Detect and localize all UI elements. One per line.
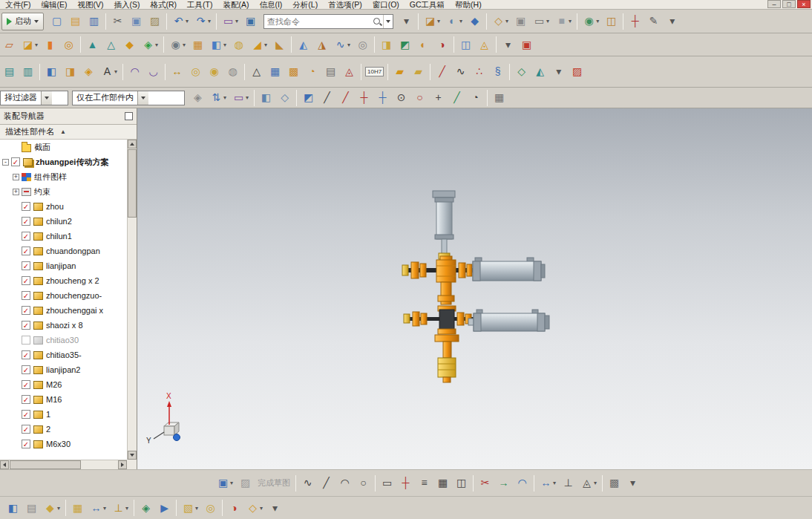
tree-column-header[interactable]: 描述性部件名 ▲: [0, 125, 137, 140]
menu-item[interactable]: 信息(I): [254, 0, 287, 10]
auto-constrain-icon[interactable]: ◬▾: [578, 474, 599, 492]
assembly-mirror-icon[interactable]: ◫: [603, 13, 620, 30]
menu-item[interactable]: 窗口(O): [367, 0, 405, 10]
revolve-icon[interactable]: ◎: [60, 36, 77, 53]
wrap-curve-icon[interactable]: ◡: [145, 63, 162, 81]
trim-body-icon[interactable]: ◭: [295, 36, 312, 53]
assembly-constraints-icon[interactable]: ⊥▾: [110, 499, 131, 517]
menu-item[interactable]: 视图(V): [72, 0, 108, 10]
tree-item[interactable]: ✓M26: [0, 377, 127, 392]
command-search-input[interactable]: [264, 17, 372, 26]
measure-distance-icon[interactable]: ↔: [168, 63, 186, 81]
close-button[interactable]: ×: [797, 0, 811, 8]
chamfer-icon[interactable]: ◣: [271, 36, 288, 53]
main-more-icon[interactable]: ▾: [664, 13, 681, 30]
component-checkbox[interactable]: ✓: [22, 291, 30, 300]
tree-expander[interactable]: +: [13, 189, 19, 195]
tube-icon[interactable]: ◎: [354, 36, 371, 53]
hole-icon[interactable]: ◉▾: [167, 36, 188, 53]
section-view-icon[interactable]: ◪▾: [422, 13, 442, 30]
pattern-tools-icon[interactable]: ▩: [606, 474, 623, 492]
menu-item[interactable]: 装配(A): [217, 0, 254, 10]
wire-cube-filter-icon[interactable]: ◇: [276, 89, 293, 107]
datum-plane-icon[interactable]: ◪▾: [19, 36, 40, 53]
save-icon[interactable]: ▥: [85, 13, 102, 30]
fillet-icon[interactable]: ◠: [514, 474, 531, 492]
shaded-display-icon[interactable]: ◐▾: [444, 13, 465, 30]
tree-item[interactable]: -✓zhuangpei传动方案: [0, 154, 127, 169]
tree-item[interactable]: ✓2: [0, 422, 127, 437]
tree-item[interactable]: 截面: [0, 140, 127, 154]
join-face-icon[interactable]: ◧: [43, 63, 60, 81]
menu-item[interactable]: 帮助(H): [450, 0, 487, 10]
arrangements-icon[interactable]: ▧▾: [180, 499, 200, 517]
gear-pair-icon[interactable]: ◔: [304, 63, 321, 81]
sequence-icon[interactable]: ▶: [156, 499, 173, 517]
menu-item[interactable]: 工具(T): [182, 0, 217, 10]
component-checkbox[interactable]: ✓: [22, 276, 30, 285]
pattern-curve-icon[interactable]: ▦: [434, 474, 451, 492]
cluster-icon[interactable]: △: [102, 36, 119, 53]
wcs-icon[interactable]: ┼: [626, 13, 644, 30]
offset-curve-icon[interactable]: ≡: [416, 474, 433, 492]
scale-body-icon[interactable]: ◬: [476, 36, 493, 53]
move-face-icon[interactable]: ◐: [415, 36, 432, 53]
sketch-preferences-icon[interactable]: ▣▾: [215, 474, 235, 492]
menu-item[interactable]: 编辑(E): [36, 0, 72, 10]
menu-item[interactable]: GC工具箱: [405, 0, 450, 10]
selection-filter-dropdown[interactable]: 择过滤器: [0, 91, 68, 105]
polyline-icon[interactable]: ╱: [433, 63, 451, 81]
laminate-icon[interactable]: ▥: [19, 63, 36, 81]
component-checkbox[interactable]: ✓: [22, 425, 30, 434]
tree-item[interactable]: ✓M6x30: [0, 437, 127, 451]
maximize-button[interactable]: □: [782, 0, 796, 8]
snap-arc-center-icon[interactable]: ⊙: [393, 89, 410, 107]
profile-icon[interactable]: ∿: [299, 474, 316, 492]
vertical-scroll-thumb[interactable]: [128, 149, 137, 218]
open-component-icon[interactable]: ▤: [23, 499, 40, 517]
tree-item[interactable]: ✓shaozi x 8: [0, 318, 127, 333]
component-checkbox[interactable]: ✓: [22, 232, 30, 241]
tree-item[interactable]: +约束: [0, 184, 127, 199]
split-body-icon[interactable]: ◮: [313, 36, 330, 53]
washer-icon[interactable]: ◉: [206, 63, 223, 81]
scroll-left-button[interactable]: [0, 460, 9, 469]
component-checkbox[interactable]: ✓: [22, 380, 30, 389]
component-checkbox[interactable]: ✓: [22, 202, 30, 211]
unite-icon[interactable]: ◧▾: [208, 36, 229, 53]
text-tool-icon[interactable]: A▾: [99, 63, 119, 81]
datum-csys-icon[interactable]: ◈▾: [140, 36, 160, 53]
grid-snap-icon[interactable]: ▦: [491, 89, 508, 107]
sketch-more-icon[interactable]: ▾: [624, 474, 641, 492]
selection-scope-dropdown[interactable]: 仅在工作部件内: [72, 91, 185, 105]
tree-item[interactable]: ✓M16: [0, 392, 127, 407]
helix-icon[interactable]: §: [489, 63, 506, 81]
geometric-constraints-icon[interactable]: ⊥: [560, 474, 577, 492]
add-component-icon[interactable]: ◆▾: [42, 499, 62, 517]
edge-blend-icon[interactable]: ◢▾: [249, 36, 269, 53]
part-note-icon[interactable]: ▣: [242, 13, 259, 30]
fit-tolerance-icon[interactable]: 10H7: [365, 67, 384, 76]
window-display-icon[interactable]: ▭▾: [531, 13, 551, 30]
tree-item[interactable]: ✓zhoucheng x 2: [0, 273, 127, 288]
gold-block2-icon[interactable]: ▰: [410, 63, 427, 81]
start-menu-button[interactable]: 启动: [1, 13, 44, 30]
tree-item[interactable]: ✓lianjipan2: [0, 362, 127, 377]
tree-expander[interactable]: -: [2, 159, 9, 166]
scroll-right-button[interactable]: [118, 460, 127, 469]
new-file-icon[interactable]: ▢: [48, 13, 65, 30]
component-checkbox[interactable]: ✓: [22, 365, 30, 374]
extrude-icon[interactable]: ▮: [42, 36, 59, 53]
component-checkbox[interactable]: ✓: [22, 350, 30, 359]
snap-control-point-icon[interactable]: ┼: [356, 89, 373, 107]
point-icon[interactable]: ┼: [397, 474, 414, 492]
deviation-gauge-icon[interactable]: ◭: [531, 63, 549, 81]
point-cloud-icon[interactable]: ∴: [471, 63, 488, 81]
snap-angle-icon[interactable]: ╱: [448, 89, 465, 107]
snap-endpoint-icon[interactable]: ╱: [318, 89, 335, 107]
tree-item[interactable]: +组件图样: [0, 169, 127, 184]
redo-icon[interactable]: ↷▾: [192, 13, 213, 30]
rectangle-icon[interactable]: ▭: [379, 474, 396, 492]
sketch-in-task-icon[interactable]: ▱: [1, 36, 18, 53]
minimize-button[interactable]: –: [767, 0, 781, 8]
